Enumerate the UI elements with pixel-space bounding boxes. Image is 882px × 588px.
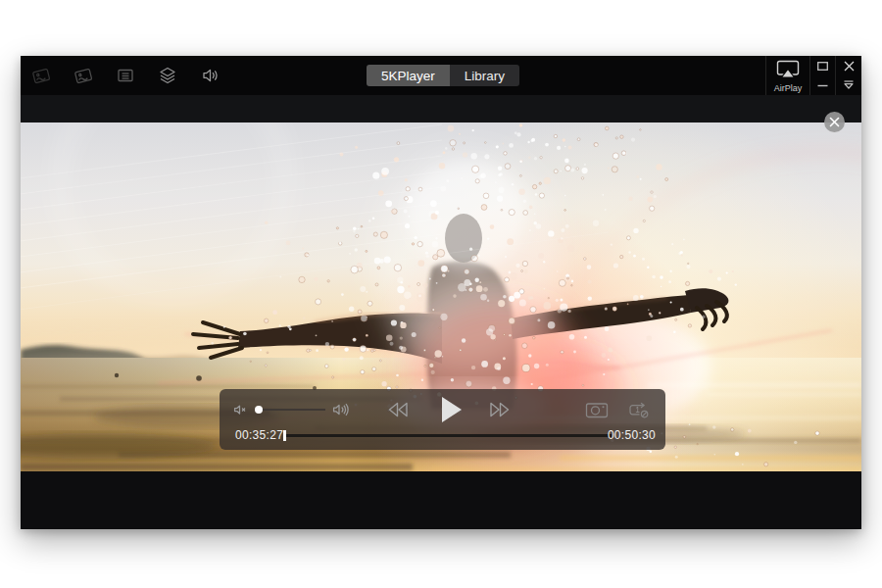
volume-icon[interactable]: [329, 398, 353, 425]
title-strip: [21, 95, 861, 122]
rewind-button[interactable]: [384, 399, 412, 424]
music-library-icon[interactable]: [73, 65, 94, 86]
bottom-strip: [21, 471, 861, 529]
maximize-button[interactable]: [810, 56, 836, 75]
close-video-icon[interactable]: [824, 112, 845, 132]
tab-library[interactable]: Library: [450, 65, 519, 86]
main-tabs: 5KPlayer Library: [367, 65, 519, 86]
video-area[interactable]: 1 00:35:27 00:50:30: [21, 122, 861, 471]
toolbar-icon-group: [30, 56, 220, 95]
hide-to-tray-button[interactable]: [836, 75, 861, 95]
seek-bar[interactable]: [284, 434, 612, 437]
seek-handle[interactable]: [283, 430, 287, 441]
layers-icon[interactable]: [157, 65, 178, 86]
playback-control-bar: 1 00:35:27 00:50:30: [220, 389, 665, 450]
airplay-label: AirPlay: [774, 83, 803, 93]
play-button[interactable]: [441, 396, 463, 427]
volume-thumb[interactable]: [255, 406, 263, 414]
dlna-speaker-icon[interactable]: [199, 65, 220, 86]
mute-icon[interactable]: [231, 400, 251, 423]
total-duration: 00:50:30: [608, 428, 656, 442]
close-button[interactable]: [836, 56, 861, 75]
volume-slider[interactable]: [259, 409, 325, 411]
window-controls: [810, 56, 861, 95]
elapsed-time: 00:35:27: [235, 428, 283, 442]
minimize-button[interactable]: [810, 75, 836, 95]
tab-5kplayer[interactable]: 5KPlayer: [367, 65, 450, 86]
airplay-button[interactable]: AirPlay: [765, 56, 810, 95]
app-window: 5KPlayer Library AirPlay: [21, 56, 861, 529]
airplay-icon: [775, 59, 801, 83]
repeat-one-off-icon[interactable]: 1: [625, 400, 651, 423]
snapshot-icon[interactable]: [584, 400, 610, 423]
video-library-icon[interactable]: [30, 65, 52, 86]
fast-forward-button[interactable]: [486, 399, 514, 424]
playlist-icon[interactable]: [115, 65, 136, 86]
toolbar-right-group: AirPlay: [765, 56, 861, 95]
svg-text:1: 1: [635, 405, 640, 415]
toolbar: 5KPlayer Library AirPlay: [21, 56, 861, 95]
